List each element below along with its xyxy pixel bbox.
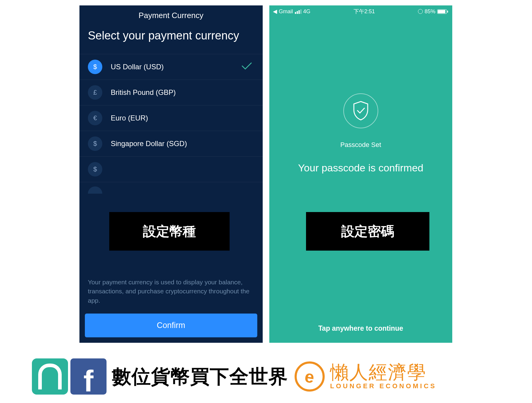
currency-item-sgd[interactable]: $ Singapore Dollar (SGD) (79, 131, 263, 156)
page-title: Payment Currency (79, 5, 263, 29)
currency-label: British Pound (GBP) (111, 88, 254, 97)
currency-label: Singapore Dollar (SGD) (111, 139, 254, 148)
footer-branding: f 數位貨幣買下全世界 e 懶人經濟學 LOUNGER ECONOMICS (32, 358, 437, 395)
status-bar: ◀ Gmail 4G 下午2:51 85% (269, 5, 453, 16)
currency-symbol-icon: € (88, 111, 102, 125)
alarm-icon (418, 9, 423, 14)
payment-currency-screen: Payment Currency Select your payment cur… (79, 5, 263, 343)
annotation-overlay-passcode: 設定密碼 (306, 212, 429, 251)
currency-symbol-icon (88, 186, 102, 194)
page-heading: Select your payment currency (79, 29, 263, 54)
currency-label: US Dollar (USD) (111, 63, 233, 71)
app-logo-icon (32, 358, 68, 395)
battery-percent: 85% (425, 8, 435, 15)
facebook-icon: f (70, 358, 107, 395)
annotation-overlay-currency: 設定幣種 (109, 212, 230, 251)
brand-name-zh: 懶人經濟學 (330, 363, 437, 382)
footer-slogan: 數位貨幣買下全世界 (112, 364, 288, 390)
currency-item-gbp[interactable]: £ British Pound (GBP) (79, 80, 263, 105)
currency-item-usd[interactable]: $ US Dollar (USD) (79, 54, 263, 80)
shield-check-icon (352, 101, 370, 121)
battery-icon (437, 9, 447, 14)
back-app-label: Gmail (279, 8, 293, 15)
currency-item-obscured[interactable]: $ (79, 156, 263, 182)
clock-label: 下午2:51 (354, 8, 375, 15)
passcode-confirmed-screen[interactable]: ◀ Gmail 4G 下午2:51 85% Passcode Set Your … (269, 5, 453, 343)
currency-label: Euro (EUR) (111, 114, 254, 122)
info-text: Your payment currency is used to display… (79, 260, 263, 314)
network-label: 4G (303, 8, 311, 15)
passcode-confirmed-text: Your passcode is confirmed (292, 162, 429, 174)
back-caret-icon: ◀ (273, 8, 277, 15)
tap-continue-label: Tap anywhere to continue (269, 324, 453, 333)
signal-icon (295, 9, 302, 14)
currency-symbol-icon: £ (88, 85, 102, 100)
currency-item-partial[interactable] (79, 182, 263, 194)
check-icon (242, 62, 252, 72)
currency-symbol-icon: $ (88, 60, 102, 74)
brand-logo-icon: e (295, 361, 325, 392)
brand-name-en: LOUNGER ECONOMICS (330, 382, 437, 390)
currency-symbol-icon: $ (88, 162, 102, 177)
passcode-set-label: Passcode Set (340, 141, 381, 149)
shield-circle (343, 93, 378, 128)
currency-item-eur[interactable]: € Euro (EUR) (79, 105, 263, 131)
currency-symbol-icon: $ (88, 136, 102, 151)
confirm-button[interactable]: Confirm (85, 314, 257, 337)
